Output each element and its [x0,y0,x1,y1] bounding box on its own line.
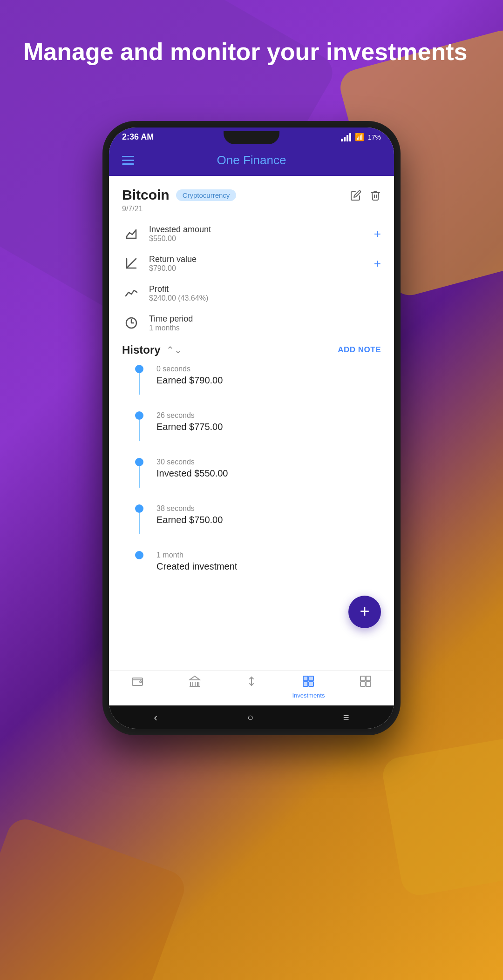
timeline-dot-col-2 [135,458,143,488]
timeline-item-0: 0 seconds Earned $790.00 [135,365,381,395]
hamburger-menu-button[interactable] [122,156,134,165]
investment-date: 9/7/21 [122,205,236,213]
nav-item-dashboard[interactable] [337,675,394,699]
android-home-button[interactable]: ○ [247,712,253,724]
timeline-text-4: 1 month Created investment [156,551,381,572]
android-nav-bar: ‹ ○ ≡ [109,705,394,729]
timeline-text-3: 38 seconds Earned $750.00 [156,504,381,525]
wifi-icon: 📶 [355,133,364,141]
svg-rect-14 [360,682,365,686]
timeline-item-3: 38 seconds Earned $750.00 [135,504,381,534]
stat-row-return: Return value $790.00 + [122,254,381,273]
return-icon [122,254,141,273]
phone-mockup: 2:36 AM 📶 17% [102,121,401,735]
timeline-dot-col-0 [135,365,143,395]
investment-name: Bitcoin [122,187,170,203]
timeline-line-2 [139,466,140,488]
menu-line-2 [122,160,134,161]
fab-add-button[interactable]: + [348,596,381,628]
timeline-dot-col-1 [135,411,143,441]
timeline-item-1: 26 seconds Earned $775.00 [135,411,381,441]
main-content: Bitcoin Cryptocurrency 9/7/21 [109,176,394,670]
nav-item-bank[interactable] [166,675,223,699]
stat-value-time: 1 months [149,324,381,332]
timeline-action-1: Earned $775.00 [156,422,381,432]
nav-item-wallet[interactable] [109,675,166,699]
investment-name-block: Bitcoin Cryptocurrency 9/7/21 [122,187,236,213]
timeline-time-1: 26 seconds [156,411,381,420]
history-title-row: History ⌃⌄ [122,343,182,356]
timeline-line-1 [139,420,140,441]
investment-category-badge: Cryptocurrency [176,189,237,201]
delete-button[interactable] [370,190,381,204]
stat-row-profit: Profit $240.00 (43.64%) [122,284,381,302]
stat-row-time: Time period 1 months [122,314,381,332]
transfer-icon [245,675,258,690]
timeline-action-4: Created investment [156,561,381,572]
timeline-item-4: 1 month Created investment [135,551,381,572]
investments-icon [302,675,314,690]
stat-value-profit: $240.00 (43.64%) [149,294,381,302]
headline: Manage and monitor your investments [23,37,480,66]
timeline-line-0 [139,373,140,395]
svg-rect-5 [132,678,143,685]
history-toggle-button[interactable]: ⌃⌄ [166,344,182,356]
add-invested-button[interactable]: + [374,228,381,240]
investment-header: Bitcoin Cryptocurrency 9/7/21 [122,187,381,213]
dashboard-icon [360,675,372,690]
android-menu-button[interactable]: ≡ [343,712,349,724]
status-time: 2:36 AM [122,132,154,142]
svg-rect-10 [303,682,308,686]
timeline-dot-col-3 [135,504,143,534]
svg-rect-13 [366,676,371,681]
history-section: History ⌃⌄ ADD NOTE [122,343,381,589]
fab-plus-icon: + [360,603,369,620]
svg-rect-12 [360,676,365,681]
timeline-action-2: Invested $550.00 [156,468,381,479]
wallet-icon [131,675,143,690]
time-icon [122,314,141,332]
nav-label-investments: Investments [292,692,325,699]
add-note-button[interactable]: ADD NOTE [338,345,381,355]
timeline-action-3: Earned $750.00 [156,515,381,525]
stat-row-invested: Invested amount $550.00 + [122,224,381,243]
timeline-dot-3 [135,504,143,513]
bank-icon [189,675,201,690]
menu-line-3 [122,163,134,165]
timeline-dot-2 [135,458,143,466]
stat-value-invested: $550.00 [149,235,366,243]
nav-item-transfer[interactable] [223,675,280,699]
timeline-text-1: 26 seconds Earned $775.00 [156,411,381,432]
investment-title-row: Bitcoin Cryptocurrency [122,187,236,203]
timeline-text-2: 30 seconds Invested $550.00 [156,458,381,479]
android-back-button[interactable]: ‹ [154,711,157,724]
stat-info-invested: Invested amount $550.00 [149,225,366,243]
svg-rect-11 [309,682,313,686]
timeline-time-4: 1 month [156,551,381,559]
stat-value-return: $790.00 [149,264,366,273]
status-bar: 2:36 AM 📶 17% [109,128,394,145]
nav-item-investments[interactable]: Investments [280,675,337,699]
history-title: History [122,343,161,356]
battery-indicator: 17% [368,134,381,141]
svg-line-3 [127,259,136,268]
timeline-item-2: 30 seconds Invested $550.00 [135,458,381,488]
history-header: History ⌃⌄ ADD NOTE [122,343,381,356]
svg-rect-9 [309,676,313,681]
stat-label-invested: Invested amount [149,225,366,235]
timeline-line-3 [139,513,140,534]
timeline-action-0: Earned $790.00 [156,375,381,386]
phone-screen: 2:36 AM 📶 17% [109,128,394,729]
add-return-button[interactable]: + [374,257,381,269]
timeline-time-2: 30 seconds [156,458,381,466]
stat-label-return: Return value [149,255,366,264]
timeline-dot-4 [135,551,143,559]
invested-icon [122,224,141,243]
stat-info-profit: Profit $240.00 (43.64%) [149,284,381,302]
stat-label-time: Time period [149,314,381,324]
stat-label-profit: Profit [149,284,381,294]
timeline-text-0: 0 seconds Earned $790.00 [156,365,381,386]
edit-button[interactable] [350,190,361,204]
history-timeline: 0 seconds Earned $790.00 26 second [122,365,381,589]
app-title: One Finance [217,153,286,168]
